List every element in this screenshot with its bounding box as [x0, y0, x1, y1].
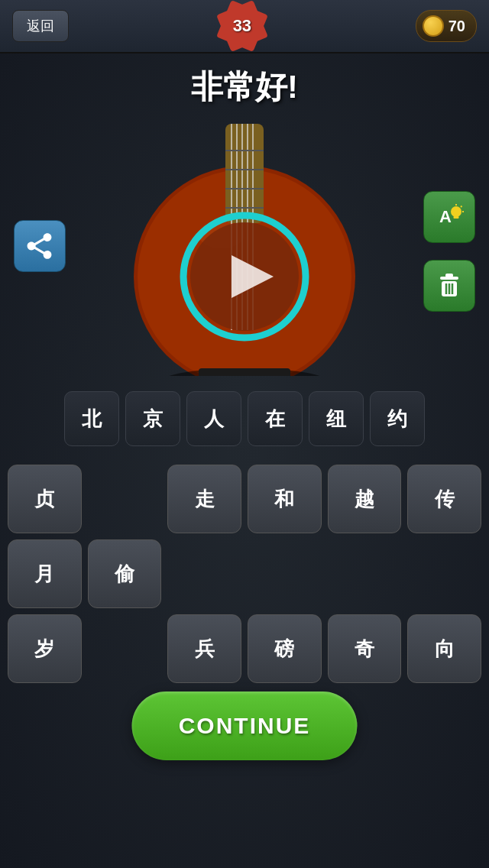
char-btn-xiang[interactable]: 向 [407, 614, 481, 683]
char-btn-yue[interactable]: 越 [328, 465, 402, 533]
bravo-text: 非常好! [0, 66, 489, 108]
char-btn-zhen[interactable]: 贞 [8, 465, 82, 533]
char-btn-chuan[interactable]: 传 [407, 465, 481, 533]
svg-line-22 [461, 206, 462, 208]
back-button[interactable]: 返回 [12, 10, 69, 42]
guitar-image [107, 116, 382, 376]
score-value: 33 [233, 16, 251, 36]
coin-icon [423, 15, 444, 37]
trash-button[interactable] [423, 260, 475, 312]
answer-tile-4: 在 [248, 391, 303, 446]
answer-tile-5: 纽 [309, 391, 364, 446]
char-btn-qi[interactable]: 奇 [328, 614, 402, 683]
svg-text:A: A [439, 207, 452, 226]
svg-rect-17 [199, 368, 290, 376]
share-button[interactable] [14, 220, 66, 272]
char-btn-tou[interactable]: 偷 [88, 539, 162, 608]
hint-button[interactable]: A [423, 191, 475, 243]
char-btn-bing[interactable]: 兵 [167, 614, 241, 683]
char-btn-he[interactable]: 和 [248, 465, 322, 533]
continue-button[interactable]: CONTINUE [132, 691, 358, 760]
answer-tile-2: 京 [125, 391, 180, 446]
char-btn-yue2[interactable]: 月 [8, 539, 82, 608]
chars-area: 贞 走 和 越 传 月 偷 岁 兵 磅 奇 向 [0, 465, 489, 683]
answer-tile-1: 北 [64, 391, 119, 446]
score-badge: 33 [219, 3, 265, 49]
answer-tile-6: 约 [370, 391, 425, 446]
continue-label: CONTINUE [179, 713, 311, 739]
coins-area: 70 [416, 10, 477, 42]
guitar-area: A [0, 108, 489, 384]
hint-icon: A [435, 202, 464, 232]
trash-icon [436, 272, 463, 300]
share-icon [26, 232, 53, 260]
answer-tile-3: 人 [186, 391, 241, 446]
char-btn-bang[interactable]: 磅 [248, 614, 322, 683]
char-btn-zou[interactable]: 走 [167, 465, 241, 533]
coin-count: 70 [449, 18, 465, 35]
char-btn-sui[interactable]: 岁 [8, 614, 82, 683]
svg-rect-20 [454, 216, 459, 219]
svg-point-19 [451, 206, 461, 217]
answer-area: 北 京 人 在 纽 约 [0, 391, 489, 446]
svg-rect-25 [445, 274, 453, 277]
header: 返回 33 70 [0, 0, 489, 53]
